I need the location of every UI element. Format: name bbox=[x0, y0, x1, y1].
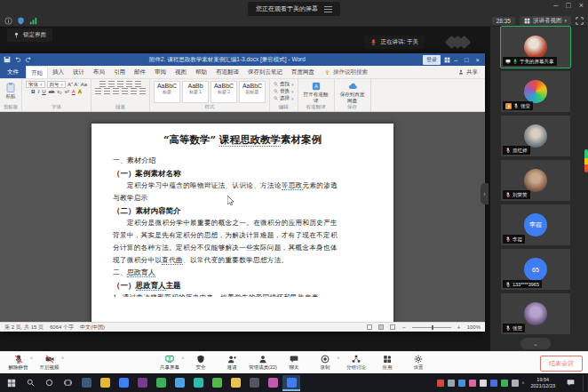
lock-view-button[interactable]: 锁定界面 bbox=[7, 28, 52, 42]
paste-button[interactable]: 粘贴 bbox=[4, 81, 18, 103]
ribbon-tab[interactable]: 插入 bbox=[48, 66, 68, 78]
language-indicator[interactable]: 中文(中国) bbox=[80, 324, 105, 332]
fullscreen-icon[interactable] bbox=[576, 17, 584, 25]
tray-key-tray-icon[interactable] bbox=[512, 380, 519, 387]
toolbar-button[interactable]: 解除静音˄ bbox=[3, 355, 34, 371]
taskbar-app-edge[interactable] bbox=[189, 375, 207, 391]
banner-menu-icon[interactable] bbox=[324, 6, 332, 12]
toolbar-button[interactable]: 开启视频˄ bbox=[34, 355, 65, 371]
redo-icon[interactable] bbox=[25, 56, 32, 63]
view-mode-button[interactable]: 演讲者视图 ▾ bbox=[520, 16, 571, 26]
tray-blue-drop-icon[interactable] bbox=[458, 380, 465, 387]
end-meeting-button[interactable]: 结束会议 bbox=[540, 356, 583, 372]
document-page[interactable]: “高等数学” 课程思政教学素材案例一、素材介绍（一）案例素材名称定积分学习中蕴含… bbox=[91, 124, 393, 322]
ribbon-tab[interactable]: 开始 bbox=[26, 66, 48, 78]
style-chip[interactable]: AaBbC标题 bbox=[154, 81, 180, 103]
word-login-button[interactable]: 登录 bbox=[423, 55, 441, 65]
ribbon-tab[interactable]: 邮件 bbox=[130, 66, 150, 78]
taskbar-app-colors-app[interactable] bbox=[264, 375, 282, 391]
chevron-up-icon[interactable]: ˄ bbox=[61, 356, 64, 361]
ribbon-tab[interactable]: 保存到云笔记 bbox=[243, 66, 287, 78]
read-mode-icon[interactable] bbox=[367, 324, 372, 330]
taskbar-app-tencent-meeting[interactable] bbox=[282, 375, 300, 391]
tray-overflow-icon[interactable]: ˄ bbox=[522, 380, 525, 386]
line-spacing-button[interactable] bbox=[131, 88, 137, 94]
print-layout-icon[interactable] bbox=[378, 324, 384, 330]
taskbar-app-office-green[interactable] bbox=[208, 375, 226, 391]
tell-me-box[interactable]: 操作说明搜索 bbox=[319, 66, 368, 78]
taskbar-app-onenote[interactable] bbox=[133, 375, 151, 391]
ribbon-tab[interactable]: 百度网盘 bbox=[287, 66, 319, 78]
multilevel-button[interactable] bbox=[117, 81, 123, 87]
participant-tile[interactable]: 张慧 bbox=[501, 293, 570, 334]
toolbar-button[interactable]: 聊天 bbox=[279, 355, 310, 371]
watching-banner[interactable]: 您正在观看于美的屏幕 bbox=[248, 2, 340, 16]
italic-button[interactable]: I bbox=[38, 89, 40, 94]
baidu-save-button[interactable]: 保存到百度网盘 bbox=[338, 81, 367, 103]
zoom-level[interactable]: 100% bbox=[467, 324, 481, 330]
youdao-translate-button[interactable]: A 打开有道翻译 bbox=[302, 81, 330, 103]
taskbar-app-dark-app[interactable] bbox=[245, 375, 263, 391]
toolbar-button[interactable]: 录制˄ bbox=[310, 355, 341, 371]
word-minimize-button[interactable]: – bbox=[454, 56, 457, 64]
zoom-slider[interactable] bbox=[412, 327, 451, 328]
notification-center-icon[interactable] bbox=[561, 375, 579, 391]
more-participants-button[interactable]: ⌄ bbox=[520, 338, 551, 349]
tray-pink-app-icon[interactable] bbox=[469, 380, 476, 387]
ribbon-display-icon[interactable] bbox=[444, 57, 450, 63]
taskbar-app-qq-browser[interactable] bbox=[171, 375, 188, 391]
meeting-info-icon[interactable] bbox=[4, 17, 12, 25]
bold-button[interactable]: B bbox=[31, 89, 35, 94]
highlight-button[interactable]: A bbox=[78, 89, 82, 94]
toolbar-button[interactable]: 管理成员(22) bbox=[248, 355, 279, 371]
subscript-button[interactable]: x₂ bbox=[57, 89, 61, 94]
undo-icon[interactable] bbox=[14, 56, 21, 63]
word-count[interactable]: 6064 个字 bbox=[50, 324, 74, 332]
taskbar-app-calculator[interactable] bbox=[77, 375, 95, 391]
strikethrough-button[interactable]: ab bbox=[49, 89, 55, 94]
participant-tile[interactable]: 原红婵 bbox=[501, 116, 570, 156]
chevron-up-icon[interactable]: ˄ bbox=[30, 356, 33, 361]
toolbar-button[interactable]: 设置 bbox=[403, 355, 434, 371]
tab-file[interactable]: 文件 bbox=[0, 66, 26, 78]
ribbon-tab[interactable]: 有道翻译 bbox=[211, 66, 243, 78]
shading-button[interactable] bbox=[139, 88, 146, 94]
tray-screen-tray-icon[interactable] bbox=[448, 380, 455, 387]
tray-green-shield-icon[interactable] bbox=[501, 380, 508, 387]
ribbon-tab[interactable]: 视图 bbox=[171, 66, 191, 78]
cortana-icon[interactable] bbox=[40, 375, 58, 391]
tray-blue-sq-icon[interactable] bbox=[490, 380, 497, 387]
chevron-up-icon[interactable]: ˄ bbox=[338, 356, 340, 361]
word-close-button[interactable]: × bbox=[476, 56, 480, 64]
style-chip[interactable]: AaBb标题 1 bbox=[182, 81, 209, 103]
participant-tile[interactable]: 65133****3965 bbox=[501, 249, 570, 290]
underline-button[interactable]: U bbox=[42, 89, 45, 94]
page-indicator[interactable]: 第 2 页, 共 15 页 bbox=[4, 324, 44, 332]
participant-tile[interactable]: 李霞李霞 bbox=[501, 204, 570, 245]
taskbar-search-icon[interactable] bbox=[21, 375, 39, 391]
ribbon-tab[interactable]: 帮助 bbox=[191, 66, 211, 78]
ribbon-tab[interactable]: 引用 bbox=[109, 66, 130, 78]
chevron-up-icon[interactable]: ˄ bbox=[182, 356, 185, 361]
close-button[interactable]: × bbox=[579, 1, 584, 10]
toolbar-button[interactable]: 应用 bbox=[372, 355, 403, 371]
font-size-select[interactable]: 四号▾ bbox=[47, 81, 67, 88]
ribbon-tab[interactable]: 审阅 bbox=[150, 66, 171, 78]
zoom-in-button[interactable]: + bbox=[457, 324, 461, 331]
document-canvas[interactable]: “高等数学” 课程思政教学素材案例一、素材介绍（一）案例素材名称定积分学习中蕴含… bbox=[0, 112, 485, 322]
participant-tile[interactable]: 于美的屏幕共享 bbox=[501, 27, 570, 68]
bullets-button[interactable] bbox=[99, 81, 106, 87]
taskbar-app-green-app[interactable] bbox=[152, 375, 170, 391]
toolbar-button[interactable]: 共享屏幕˄ bbox=[155, 355, 186, 371]
zoom-out-button[interactable]: − bbox=[401, 324, 405, 331]
ribbon-tab[interactable]: 布局 bbox=[89, 66, 109, 78]
start-button[interactable] bbox=[3, 375, 20, 391]
editing-item[interactable]: 选择▾ bbox=[274, 95, 294, 101]
web-layout-icon[interactable] bbox=[390, 324, 395, 330]
sort-button[interactable] bbox=[135, 81, 141, 87]
minimize-button[interactable]: – bbox=[553, 1, 558, 10]
align-left-button[interactable] bbox=[95, 88, 101, 94]
meeting-security-shield-icon[interactable] bbox=[17, 17, 25, 25]
taskbar-app-blue-app[interactable] bbox=[115, 375, 132, 391]
taskbar-app-file-explorer[interactable] bbox=[226, 375, 244, 391]
